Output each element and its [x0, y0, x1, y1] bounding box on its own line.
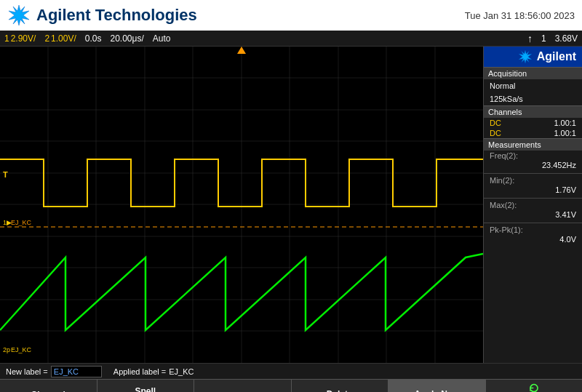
scope-grid: 1▶ EJ_KC T 2p EJ_KC — [0, 47, 483, 363]
toolbar-timebase: 20.00μs/ — [110, 33, 143, 44]
agilent-small-logo-icon — [518, 49, 533, 64]
acquisition-rate: 125kSa/s — [484, 92, 582, 105]
toolbar-ch-num: 1 — [541, 33, 546, 44]
ch2-value: 1.00V/ — [51, 33, 76, 44]
toolbar-ch2[interactable]: 2 1.00V/ — [44, 33, 76, 44]
applied-label-prefix: Applied label = — [113, 367, 166, 376]
measurements-section-title: Measurements — [484, 138, 582, 151]
ch2-number: 2 — [44, 33, 49, 44]
ch2-dc-label: DC — [490, 129, 501, 137]
meas3-value: 3.41V — [484, 210, 582, 221]
library-button[interactable]: Library EJ_KC — [486, 380, 583, 392]
toolbar-ch-voltage: 3.68V — [555, 33, 578, 44]
meas2-value: 1.76V — [484, 185, 582, 196]
new-label-input[interactable] — [51, 366, 102, 377]
meas2-label: Min(2): — [484, 175, 582, 185]
meas4-label: Pk-Pk(1): — [484, 225, 582, 235]
scope-display: 1▶ EJ_KC T 2p EJ_KC — [0, 47, 483, 363]
label-row: New label = Applied label = EJ_KC — [0, 363, 582, 379]
channel-button-label: Channel — [31, 390, 65, 393]
acquisition-section-title: Acquisition — [484, 67, 582, 79]
ch1-value: 2.90V/ — [11, 33, 36, 44]
svg-marker-27 — [519, 50, 532, 63]
new-label-field: New label = — [6, 366, 102, 377]
acquisition-mode: Normal — [484, 79, 582, 92]
main-area: 1▶ EJ_KC T 2p EJ_KC Agilent Acquisition … — [0, 47, 582, 363]
ch2-ratio: 1.00:1 — [554, 129, 576, 137]
toolbar: 1 2.90V/ 2 1.00V/ 0.0s 20.00μs/ Auto ↑ 1… — [0, 31, 582, 47]
ch1-number: 1 — [4, 33, 9, 44]
enter-button[interactable]: Enter — [194, 380, 292, 392]
toolbar-time: 0.0s — [85, 33, 102, 44]
ch1-dc-label: DC — [490, 119, 501, 127]
toolbar-ch1[interactable]: 1 2.90V/ — [4, 33, 36, 44]
meas4-value: 4.0V — [484, 235, 582, 246]
right-panel: Agilent Acquisition Normal 125kSa/s Chan… — [483, 47, 582, 363]
app-title: Agilent Technologies — [36, 6, 197, 25]
channels-section-title: Channels — [484, 105, 582, 118]
new-label-prefix: New label = — [6, 367, 48, 376]
header-logo: Agilent Technologies — [7, 4, 197, 27]
agilent-logo-icon — [7, 4, 31, 27]
applied-label-field: Applied label = EJ_KC — [113, 367, 194, 376]
svg-marker-0 — [9, 5, 29, 25]
meas1-value: 23.452Hz — [484, 161, 582, 172]
delete-char-button[interactable]: Delete Character — [292, 380, 389, 392]
delete-char-label: Delete — [327, 389, 353, 393]
header: Agilent Technologies Tue Jan 31 18:56:00… — [0, 0, 582, 31]
channel-button[interactable]: Channel EJ_KC — [0, 380, 97, 392]
header-datetime: Tue Jan 31 18:56:00 2023 — [465, 10, 575, 21]
applied-label-value: EJ_KC — [169, 367, 194, 376]
spell-button-label: Spell — [135, 386, 156, 393]
toolbar-mode: Auto — [153, 33, 171, 44]
toolbar-right: ↑ 1 3.68V — [527, 33, 578, 44]
bottom-bar: Channel EJ_KC Spell ⬤ Enter Delete Chara… — [0, 379, 582, 392]
ch1-ratio: 1.00:1 — [554, 119, 576, 127]
right-panel-brand: Agilent — [537, 50, 576, 63]
svg-text:2p: 2p — [3, 346, 10, 353]
toolbar-trigger-arrow: ↑ — [527, 33, 533, 44]
svg-text:T: T — [3, 170, 8, 179]
apply-label-line1: Apply New — [415, 389, 459, 393]
ch2-row: DC 1.00:1 — [484, 128, 582, 138]
spell-button[interactable]: Spell ⬤ — [97, 380, 195, 392]
library-refresh-icon — [526, 383, 542, 392]
apply-new-label-button[interactable]: Apply New Label — [388, 380, 486, 392]
svg-text:EJ_KC: EJ_KC — [11, 219, 32, 226]
meas1-label: Freq(2): — [484, 151, 582, 161]
meas3-label: Max(2): — [484, 200, 582, 210]
svg-text:EJ_KC: EJ_KC — [11, 346, 32, 353]
ch1-row: DC 1.00:1 — [484, 118, 582, 128]
right-panel-header: Agilent — [484, 47, 582, 67]
